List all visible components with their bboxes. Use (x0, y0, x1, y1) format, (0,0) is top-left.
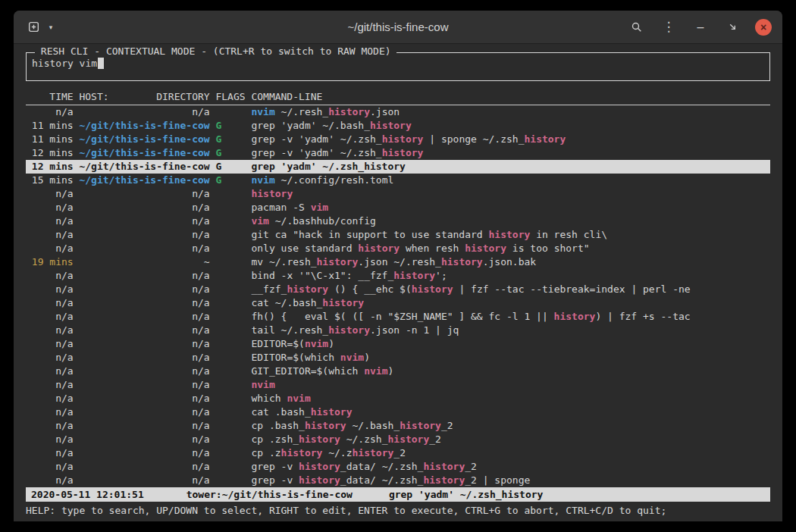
table-row[interactable]: n/a n/a cp .zsh_history ~/.zsh_history_2 (26, 433, 770, 446)
table-row[interactable]: 15 mins ~/git/this-is-fine-cow G nvim ~/… (26, 174, 770, 187)
match-text: history (328, 106, 370, 117)
text: n/a (79, 283, 209, 295)
text: ~/.bash_ (346, 420, 400, 431)
table-row[interactable]: n/a n/a nvim (26, 378, 770, 392)
table-row[interactable]: n/a n/a only use standard history when r… (26, 242, 770, 255)
table-row[interactable]: n/a n/a grep -v history_data/ ~/.zsh_his… (26, 474, 770, 487)
text: n/a (26, 311, 79, 322)
table-row[interactable]: 12 mins ~/git/this-is-fine-cow G grep 'y… (26, 160, 770, 174)
table-row[interactable]: n/a n/a grep -v history_data/ ~/.zsh_his… (26, 460, 770, 474)
table-row[interactable]: 19 mins ~ mv ~/.resh_history.json ~/.res… (26, 255, 770, 269)
search-query-text: history vim (32, 58, 97, 69)
text: n/a (79, 297, 209, 308)
text (210, 433, 252, 445)
history-list: n/a n/a nvim ~/.resh_history.json 11 min… (26, 105, 770, 487)
restore-button[interactable] (723, 18, 741, 36)
text: _data/ ~/.zsh_ (340, 474, 424, 486)
chevron-down-icon: ▾ (49, 23, 53, 31)
table-row[interactable]: n/a n/a which nvim (26, 392, 770, 405)
menu-button[interactable]: ⋮ (660, 18, 678, 36)
table-row[interactable]: n/a n/a __fzf_history () { __ehc $(histo… (26, 283, 770, 296)
minimize-icon: – (697, 21, 704, 33)
tab-list-dropdown-button[interactable]: ▾ (45, 18, 56, 36)
text: .json ~/.resh_ (358, 256, 441, 268)
text (210, 352, 252, 363)
status-command: grep 'yadm' ~/.zsh_history (389, 489, 544, 500)
table-row[interactable]: n/a n/a cp .bash_history ~/.bash_history… (26, 419, 770, 433)
text (210, 311, 252, 322)
text: in resh cli\ (530, 229, 607, 240)
match-text: history (311, 406, 353, 418)
table-row[interactable]: n/a n/a nvim ~/.resh_history.json (26, 105, 770, 119)
table-row[interactable]: n/a n/a fh() { eval $( ([ -n "$ZSH_NAME"… (26, 310, 770, 324)
table-row[interactable]: n/a n/a cat ~/.bash_history (26, 296, 770, 310)
search-icon (631, 21, 643, 33)
table-row[interactable]: n/a n/a pacman -S vim (26, 201, 770, 214)
table-row[interactable]: n/a n/a vim ~/.bashhub/config (26, 214, 770, 228)
text: ~/.z (322, 447, 352, 458)
table-row[interactable]: 11 mins ~/git/this-is-fine-cow G grep 'y… (26, 119, 770, 133)
text: _2 | sponge (465, 474, 530, 486)
text (210, 106, 252, 117)
restore-icon (727, 21, 738, 33)
search-box: RESH CLI - CONTEXTUAL MODE - (CTRL+R to … (26, 52, 770, 81)
minimize-button[interactable]: – (691, 18, 710, 36)
table-row[interactable]: n/a n/a GIT_EDITOR=$(which nvim) (26, 365, 770, 378)
table-row[interactable]: 11 mins ~/git/this-is-fine-cow G grep -v… (26, 133, 770, 146)
close-button[interactable]: × (755, 19, 772, 36)
directory-text: ~/git/this-is-fine-cow (79, 174, 209, 186)
directory-text: ~/git/this-is-fine-cow (79, 147, 209, 158)
table-row[interactable]: n/a n/a tail ~/.resh_history.json -n 1 |… (26, 324, 770, 337)
text: __fzf_ (251, 283, 287, 295)
text (210, 461, 252, 472)
text: .json -n 1 | jq (370, 324, 459, 336)
match-text: nvim (305, 338, 328, 349)
titlebar[interactable]: ▾ ~/git/this-is-fine-cow ⋮ – (14, 11, 782, 44)
terminal-content: RESH CLI - CONTEXTUAL MODE - (CTRL+R to … (14, 44, 782, 521)
text: 12 mins (26, 161, 79, 172)
text: n/a (79, 188, 209, 199)
text: 11 mins (26, 133, 79, 145)
match-text: history (465, 243, 506, 254)
text: n/a (79, 270, 209, 281)
table-header: TIME HOST: DIRECTORY FLAGS COMMAND-LINE (26, 90, 770, 105)
table-row[interactable]: n/a n/a cp .zhistory ~/.zhistory_2 (26, 446, 770, 460)
text: n/a (79, 365, 209, 377)
text: grep -v 'yadm' ~/.zsh_ (251, 133, 381, 145)
text: n/a (26, 215, 79, 227)
table-row[interactable]: n/a n/a history (26, 187, 770, 201)
match-text: history (382, 133, 424, 145)
text: n/a (26, 420, 79, 431)
text: n/a (79, 461, 209, 472)
match-text: nvim (251, 379, 274, 390)
new-tab-button[interactable] (24, 18, 42, 36)
text: 12 mins (26, 147, 79, 158)
text: git ca "hack in support to use standard (251, 229, 488, 240)
match-text: history (393, 270, 435, 281)
text: n/a (79, 243, 209, 254)
text: n/a (26, 188, 79, 199)
text: n/a (79, 229, 209, 240)
text: GIT_EDITOR=$(which (251, 365, 364, 377)
text: mv ~/.resh_ (251, 256, 316, 268)
text: only use standard (251, 243, 358, 254)
table-row[interactable]: n/a n/a git ca "hack in support to use s… (26, 228, 770, 242)
text: n/a (26, 324, 79, 336)
text: grep -v (251, 474, 299, 486)
table-row[interactable]: 12 mins ~/git/this-is-fine-cow G grep -v… (26, 146, 770, 160)
search-input[interactable]: history vim (32, 57, 764, 70)
status-bar: 2020-05-11 12:01:51tower:~/git/this-is-f… (26, 487, 770, 502)
text (221, 120, 251, 131)
text (210, 447, 252, 458)
search-button[interactable] (628, 18, 646, 36)
text: n/a (26, 365, 79, 377)
text: | fzf --tac --tiebreak=index | perl -ne (453, 283, 691, 295)
directory-text: ~/git/this-is-fine-cow (79, 120, 209, 131)
table-row[interactable]: n/a n/a cat .bash_history (26, 405, 770, 419)
text: n/a (79, 311, 209, 322)
table-row[interactable]: n/a n/a bind -x '"\C-x1": __fzf_history'… (26, 269, 770, 283)
mode-title: RESH CLI - CONTEXTUAL MODE - (CTRL+R to … (35, 45, 396, 57)
table-row[interactable]: n/a n/a EDITOR=$(nvim) (26, 337, 770, 351)
table-row[interactable]: n/a n/a EDITOR=$(which nvim) (26, 351, 770, 365)
text: n/a (79, 406, 209, 418)
